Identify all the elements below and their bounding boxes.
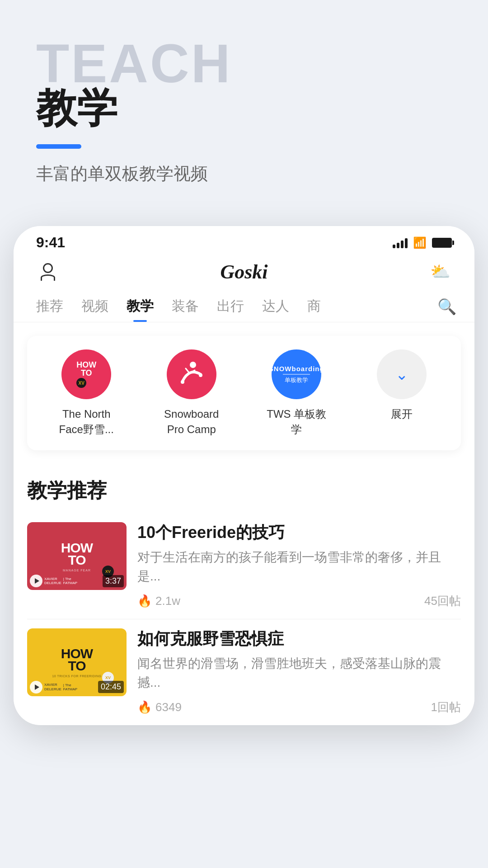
- video-views-1: 🔥 2.1w: [137, 594, 180, 608]
- play-button-2: [30, 681, 42, 693]
- categories-card: HOW TO XV The NorthFace野雪...: [27, 336, 461, 450]
- tab-expert[interactable]: 达人: [253, 291, 298, 322]
- battery-icon: [432, 238, 452, 248]
- category-snowboard-pro-camp[interactable]: SnowboardPro Camp: [141, 349, 242, 437]
- video-thumbnail-1: HOW TO MANAGE FEAR XV XAVIERDELERUE | Th…: [27, 522, 127, 590]
- teach-zh-label: 教学: [36, 86, 452, 131]
- teach-en-label: TEACH: [36, 36, 452, 90]
- user-body: [41, 274, 55, 281]
- categories-grid: HOW TO XV The NorthFace野雪...: [36, 349, 452, 437]
- weather-icon[interactable]: ⛅: [428, 260, 452, 283]
- video-meta-1: 🔥 2.1w 45回帖: [137, 593, 461, 609]
- tws-label: TWS 单板教学: [267, 406, 326, 437]
- play-button: [30, 575, 42, 587]
- snowboard-circle: [167, 349, 216, 399]
- tab-recommend[interactable]: 推荐: [27, 291, 72, 322]
- video-thumbnail-2: HOW TO 10 TRICKS FOR FREERIDING XV XAVIE…: [27, 628, 127, 696]
- app-logo: Goski: [220, 260, 267, 283]
- user-head: [43, 263, 53, 273]
- svg-point-2: [199, 373, 202, 377]
- app-header: Goski ⛅: [14, 255, 474, 291]
- video-title-2: 如何克服野雪恐惧症: [137, 628, 461, 650]
- tab-video[interactable]: 视频: [72, 291, 117, 322]
- category-tws[interactable]: SNOWboarding 单板教学 TWS 单板教学: [246, 349, 347, 437]
- wifi-icon: 📶: [413, 236, 427, 249]
- video-desc-2: 闻名世界的滑雪场，滑雪胜地班夫，感受落基山脉的震撼...: [137, 654, 461, 692]
- phone-mockup: 9:41 📶 Goski ⛅ 推荐 视频 教学 装备 出行 达人 商 🔍: [14, 226, 474, 725]
- svg-point-1: [181, 380, 184, 384]
- video-replies-1: 45回帖: [424, 593, 461, 609]
- blue-accent-bar: [36, 144, 81, 149]
- expand-circle: ⌄: [377, 349, 427, 399]
- video-desc-1: 对于生活在南方的孩子能看到一场雪非常的奢侈，并且是...: [137, 548, 461, 586]
- video-meta-2: 🔥 6349 1回帖: [137, 699, 461, 715]
- video-replies-2: 1回帖: [431, 699, 461, 715]
- page-subtitle: 丰富的单双板教学视频: [36, 162, 452, 185]
- video-duration-2: 02:45: [98, 681, 124, 693]
- nav-tabs: 推荐 视频 教学 装备 出行 达人 商 🔍: [14, 291, 474, 322]
- expand-label: 展开: [391, 406, 413, 422]
- video-views-2: 🔥 6349: [137, 700, 182, 714]
- snowboard-pro-camp-label: SnowboardPro Camp: [164, 406, 219, 437]
- svg-point-0: [190, 362, 196, 368]
- tab-gear[interactable]: 装备: [163, 291, 208, 322]
- north-face-circle: HOW TO XV: [61, 349, 111, 399]
- user-profile-icon[interactable]: [36, 260, 60, 283]
- tab-travel[interactable]: 出行: [208, 291, 253, 322]
- video-info-1: 10个Freeride的技巧 对于生活在南方的孩子能看到一场雪非常的奢侈，并且是…: [137, 522, 461, 609]
- video-info-2: 如何克服野雪恐惧症 闻名世界的滑雪场，滑雪胜地班夫，感受落基山脉的震撼... 🔥…: [137, 628, 461, 715]
- tab-teach[interactable]: 教学: [117, 291, 163, 322]
- video-item[interactable]: HOW TO 10 TRICKS FOR FREERIDING XV XAVIE…: [14, 619, 474, 724]
- category-expand[interactable]: ⌄ 展开: [352, 349, 452, 437]
- category-north-face[interactable]: HOW TO XV The NorthFace野雪...: [36, 349, 137, 437]
- fire-icon: 🔥: [137, 594, 152, 608]
- status-icons: 📶: [393, 236, 452, 249]
- chevron-down-icon: ⌄: [395, 365, 408, 383]
- signal-icon: [393, 237, 408, 248]
- search-icon[interactable]: 🔍: [433, 291, 461, 322]
- tws-circle: SNOWboarding 单板教学: [272, 349, 321, 399]
- thumb-bottom-row: XAVIERDELERUE | TheFATMAP 3:37: [30, 575, 124, 587]
- page-background: TEACH 教学 丰富的单双板教学视频: [0, 0, 488, 226]
- tab-shop[interactable]: 商: [298, 291, 330, 322]
- video-item[interactable]: HOW TO MANAGE FEAR XV XAVIERDELERUE | Th…: [14, 513, 474, 618]
- fire-icon-2: 🔥: [137, 700, 152, 714]
- status-time: 9:41: [36, 234, 65, 251]
- north-face-label: The NorthFace野雪...: [59, 406, 114, 437]
- thumb-bottom-row-2: XAVIERDELERUE | TheFATMAP 02:45: [30, 681, 124, 693]
- video-duration-1: 3:37: [103, 575, 124, 587]
- video-title-1: 10个Freeride的技巧: [137, 522, 461, 543]
- section-title: 教学推荐: [14, 464, 474, 513]
- status-bar: 9:41 📶: [14, 226, 474, 255]
- svg-line-3: [186, 368, 189, 373]
